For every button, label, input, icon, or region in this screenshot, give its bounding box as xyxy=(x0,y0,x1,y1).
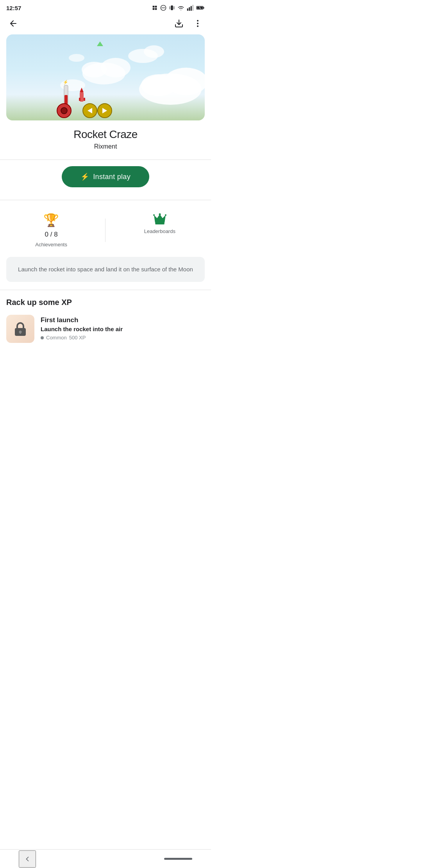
download-button[interactable] xyxy=(170,15,188,32)
lightning-icon: ⚡ xyxy=(80,172,89,181)
status-bar: 12:57 xyxy=(0,0,211,14)
svg-rect-12 xyxy=(203,7,204,9)
game-scene: ⚡ xyxy=(6,34,205,120)
description-text: Launch the rocket into space and land it… xyxy=(14,265,197,274)
crown-icon xyxy=(153,213,167,225)
nav-right-actions xyxy=(170,15,206,32)
trophy-icon: 🏆 xyxy=(43,213,59,228)
svg-rect-6 xyxy=(171,5,173,10)
more-options-button[interactable] xyxy=(189,15,206,32)
section-divider xyxy=(0,290,211,290)
achievement-xp: 500 XP xyxy=(69,335,86,341)
svg-rect-35 xyxy=(79,98,80,101)
hero-screenshot: ⚡ xyxy=(6,34,205,120)
svg-rect-0 xyxy=(153,6,155,8)
svg-rect-9 xyxy=(191,6,192,11)
wifi-icon xyxy=(177,5,184,11)
back-arrow-icon xyxy=(9,19,18,28)
achievement-info: First launch Launch the rocket into the … xyxy=(41,315,205,341)
notification-icon xyxy=(152,5,158,11)
instant-play-section: ⚡ Instant play xyxy=(0,166,211,194)
achievements-label: Achievements xyxy=(35,242,67,247)
lock-icon xyxy=(13,321,27,337)
achievements-stat[interactable]: 🏆 0 / 8 Achievements xyxy=(28,213,75,247)
back-button[interactable] xyxy=(5,15,22,32)
status-icons xyxy=(152,5,205,11)
xp-title: Rack up some XP xyxy=(6,298,205,307)
leaderboards-label: Leaderboards xyxy=(144,228,175,234)
leaderboards-stat[interactable]: Leaderboards xyxy=(136,213,183,234)
svg-rect-36 xyxy=(84,98,85,101)
achievement-desc: Launch the rocket into the air xyxy=(41,326,205,332)
app-title: Rocket Craze xyxy=(6,128,205,141)
download-icon xyxy=(174,19,184,28)
instant-play-label: Instant play xyxy=(93,173,131,181)
xp-section: Rack up some XP First launch Launch the … xyxy=(0,298,211,349)
svg-point-47 xyxy=(165,214,166,216)
description-box: Launch the rocket into space and land it… xyxy=(6,257,205,282)
svg-rect-10 xyxy=(192,5,193,11)
svg-rect-3 xyxy=(155,8,157,10)
more-vert-icon xyxy=(193,19,202,28)
app-title-section: Rocket Craze Rixment xyxy=(0,120,211,153)
nav-bar xyxy=(0,14,211,34)
svg-rect-50 xyxy=(20,332,21,334)
rarity-dot xyxy=(41,336,44,339)
divider-before-play xyxy=(0,160,211,160)
battery-icon xyxy=(196,5,205,11)
achievement-name: First launch xyxy=(41,316,205,324)
instant-play-button[interactable]: ⚡ Instant play xyxy=(62,166,149,187)
svg-point-38 xyxy=(61,108,67,114)
svg-point-45 xyxy=(159,213,161,215)
svg-point-26 xyxy=(144,45,164,58)
vibrate-icon xyxy=(169,5,175,11)
svg-point-21 xyxy=(141,74,176,96)
achievement-icon-box xyxy=(6,315,34,343)
svg-point-46 xyxy=(153,214,155,216)
svg-rect-2 xyxy=(153,8,155,10)
svg-rect-7 xyxy=(187,9,188,11)
signal-icon xyxy=(187,5,194,11)
svg-rect-44 xyxy=(155,223,165,224)
svg-rect-8 xyxy=(189,7,190,11)
achievements-value: 0 / 8 xyxy=(45,231,58,239)
svg-point-16 xyxy=(197,20,198,22)
svg-text:⚡: ⚡ xyxy=(63,79,68,85)
svg-point-28 xyxy=(69,54,84,62)
achievement-rarity: Common xyxy=(46,335,67,341)
svg-point-17 xyxy=(197,23,198,24)
cloud-group: ⚡ xyxy=(6,34,205,120)
svg-point-18 xyxy=(197,25,198,27)
svg-point-24 xyxy=(82,62,107,77)
svg-rect-1 xyxy=(155,6,157,8)
achievement-item: First launch Launch the rocket into the … xyxy=(6,315,205,343)
divider-after-play xyxy=(0,200,211,200)
svg-marker-43 xyxy=(154,214,166,223)
app-developer: Rixment xyxy=(6,143,205,150)
stats-divider xyxy=(105,219,106,242)
no-disturb-icon xyxy=(160,5,166,11)
stats-row: 🏆 0 / 8 Achievements Leaderboards xyxy=(0,206,211,254)
status-time: 12:57 xyxy=(6,5,21,11)
achievement-meta: Common 500 XP xyxy=(41,335,205,341)
svg-marker-29 xyxy=(97,41,103,46)
